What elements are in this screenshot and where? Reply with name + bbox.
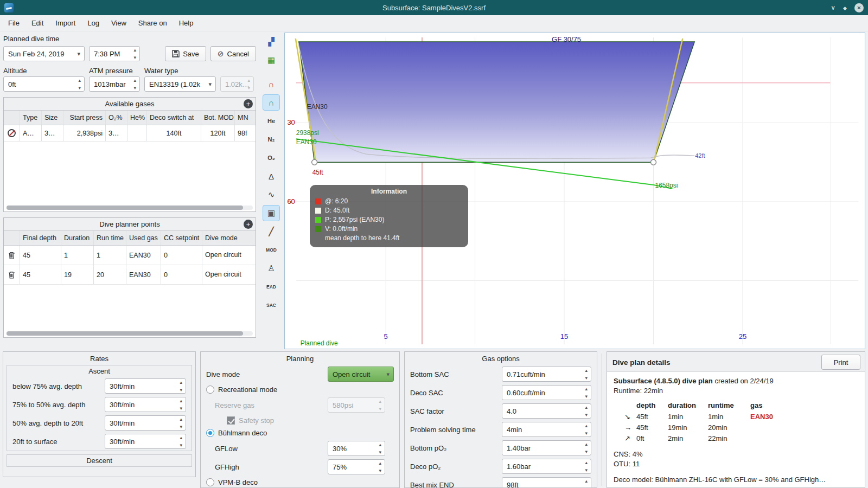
points-col-depth[interactable]: Final depth (20, 231, 61, 245)
menu-help[interactable]: Help (173, 16, 200, 30)
gas-size-cell[interactable]: 3… (42, 125, 63, 141)
gases-table-row[interactable]: A… 3… 2,938psi 3… 140ft 120ft 98f (4, 125, 256, 142)
point-depth-cell[interactable]: 45 (20, 265, 61, 284)
grid-toggle-icon[interactable] (263, 52, 280, 68)
planner-point-handle[interactable] (651, 159, 656, 165)
gflow-spinner[interactable]: 30% (328, 441, 385, 456)
gas-start-press-cell[interactable]: 2,938psi (63, 125, 106, 141)
dc-ceiling-icon[interactable] (263, 76, 280, 92)
add-gas-button[interactable] (244, 99, 253, 108)
bottom-po2-spinner[interactable]: 1.40bar (502, 440, 591, 455)
heart-rate-icon[interactable] (263, 187, 280, 203)
dive-time-spinner[interactable]: 7:38 PM (89, 46, 140, 61)
water-type-combobox[interactable]: EN13319 (1.02k (144, 76, 216, 92)
sac-factor-spinner[interactable]: 4.0 (502, 403, 591, 419)
recreational-mode-radio[interactable] (206, 386, 214, 394)
print-button[interactable]: Print (821, 355, 860, 370)
atm-pressure-spinner[interactable]: 1013mbar (89, 76, 140, 92)
ndl-tts-icon[interactable] (263, 260, 280, 277)
sac-icon[interactable]: SAC (263, 297, 280, 313)
problem-solving-time-spinner[interactable]: 4min (502, 422, 591, 437)
menu-log[interactable]: Log (81, 16, 105, 30)
minimize-icon[interactable] (831, 4, 835, 11)
trash-icon[interactable] (8, 271, 15, 279)
gfhigh-spinner[interactable]: 75% (328, 459, 385, 474)
cancel-button[interactable]: Cancel (210, 46, 256, 61)
gas-o2-cell[interactable]: 3… (106, 125, 127, 141)
ascent-rate-surface-spinner[interactable]: 30ft/min (105, 434, 186, 449)
gas-mnd-cell[interactable]: 98f (235, 125, 256, 141)
close-icon[interactable] (854, 3, 864, 12)
gas-deco-switch-cell[interactable]: 140ft (147, 125, 201, 141)
point-mode-cell[interactable]: Open circuit (202, 265, 256, 284)
ead-icon[interactable]: EAD (263, 279, 280, 295)
point-gas-cell[interactable]: EAN30 (126, 265, 161, 284)
gases-col-deco-switch[interactable]: Deco switch at (147, 111, 201, 125)
o2-graph-icon[interactable]: O₂ (263, 150, 280, 166)
menu-file[interactable]: File (2, 16, 25, 30)
blank-chip (315, 235, 321, 241)
menu-view[interactable]: View (105, 16, 132, 30)
best-mix-end-spinner[interactable]: 98ft (502, 477, 591, 488)
cylinder-disabled-icon[interactable] (8, 129, 16, 137)
photos-icon[interactable] (263, 205, 280, 221)
ascent-rate-20ft-spinner[interactable]: 30ft/min (105, 415, 186, 431)
calculated-ceiling-icon[interactable] (263, 94, 280, 111)
points-horizontal-scrollbar[interactable] (7, 331, 253, 336)
gases-col-he[interactable]: He% (127, 111, 147, 125)
gas-he-cell[interactable] (127, 125, 147, 141)
points-col-duration[interactable]: Duration (61, 231, 94, 245)
he-graph-icon[interactable]: He (263, 113, 280, 129)
gas-type-cell[interactable]: A… (20, 125, 42, 141)
point-duration-cell[interactable]: 1 (61, 246, 94, 265)
gases-col-size[interactable]: Size (42, 111, 63, 125)
menu-edit[interactable]: Edit (25, 16, 49, 30)
gases-col-start-press[interactable]: Start press (63, 111, 106, 125)
planner-point-handle[interactable] (312, 159, 317, 165)
ascent-rate-75-spinner[interactable]: 30ft/min (105, 378, 186, 394)
mod-icon[interactable]: MOD (263, 242, 280, 258)
points-col-runtime[interactable]: Run time (94, 231, 126, 245)
point-setpoint-cell[interactable]: 0 (161, 246, 202, 265)
gases-col-bot-mod[interactable]: Bot. MOD (201, 111, 235, 125)
gas-bot-mod-cell[interactable]: 120ft (201, 125, 235, 141)
add-point-button[interactable] (244, 220, 253, 229)
points-col-mode[interactable]: Dive mode (202, 231, 256, 245)
gases-horizontal-scrollbar[interactable] (7, 206, 253, 210)
safety-stop-checkbox[interactable] (227, 416, 235, 425)
dive-date-combobox[interactable]: Sun Feb 24, 2019 (3, 46, 85, 61)
ascent-rate-50-spinner[interactable]: 30ft/min (105, 397, 186, 412)
menu-import[interactable]: Import (49, 16, 81, 30)
point-depth-cell[interactable]: 45 (20, 246, 61, 265)
altitude-spinner[interactable]: 0ft (3, 76, 85, 92)
gases-col-type[interactable]: Type (20, 111, 42, 125)
n2-graph-icon[interactable]: N₂ (263, 131, 280, 147)
scale-graph-icon[interactable] (263, 34, 280, 50)
tissues-icon[interactable] (263, 168, 280, 184)
maximize-icon[interactable] (843, 4, 847, 11)
ruler-icon[interactable] (263, 223, 280, 240)
points-table-row[interactable]: 45 19 20 EAN30 0 Open circuit (4, 265, 256, 285)
bottom-sac-spinner[interactable]: 0.71cuft/min (502, 367, 591, 382)
point-gas-cell[interactable]: EAN30 (126, 246, 161, 265)
menu-share-on[interactable]: Share on (132, 16, 173, 30)
point-duration-cell[interactable]: 19 (61, 265, 94, 284)
point-runtime-cell[interactable]: 1 (94, 246, 126, 265)
buhlmann-deco-radio[interactable] (206, 429, 214, 437)
deco-po2-spinner[interactable]: 1.60bar (502, 459, 591, 474)
save-button[interactable]: Save (165, 46, 206, 61)
trash-icon[interactable] (8, 252, 15, 259)
gases-col-o2[interactable]: O₂% (106, 111, 127, 125)
points-col-setpoint[interactable]: CC setpoint (161, 231, 202, 245)
point-mode-cell[interactable]: Open circuit (202, 246, 256, 265)
deco-sac-spinner[interactable]: 0.60cuft/min (502, 385, 591, 400)
point-setpoint-cell[interactable]: 0 (161, 265, 202, 284)
points-col-gas[interactable]: Used gas (126, 231, 161, 245)
dive-mode-combobox[interactable]: Open circuit (328, 367, 394, 382)
depth-chip-icon (315, 208, 321, 214)
vpmb-deco-radio[interactable] (206, 478, 214, 486)
gases-col-mnd[interactable]: MN (235, 111, 256, 125)
dive-profile-chart[interactable]: GF 30/75 EAN30 2938psi EAN30 45ft 42ft 1… (284, 33, 865, 349)
points-table-row[interactable]: 45 1 1 EAN30 0 Open circuit (4, 246, 256, 265)
point-runtime-cell[interactable]: 20 (94, 265, 126, 284)
